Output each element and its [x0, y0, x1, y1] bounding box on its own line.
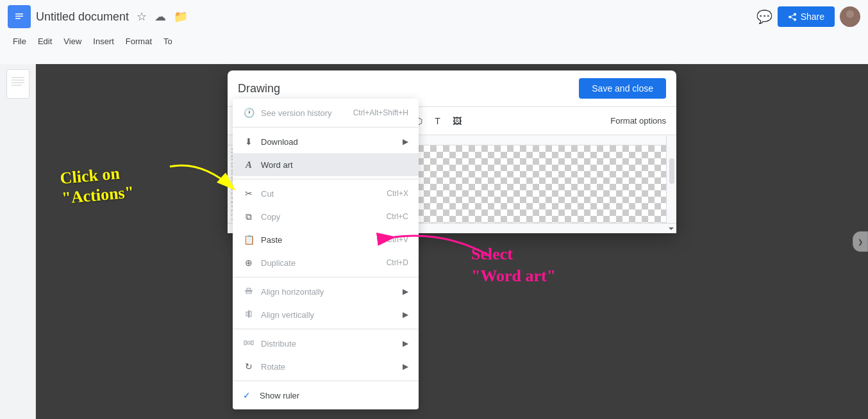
word-art-icon: A: [243, 160, 255, 170]
user-avatar: [840, 6, 860, 27]
menu-bar: File Edit View Insert Format To: [0, 31, 868, 51]
menu-item-cut[interactable]: ✂ Cut Ctrl+X: [233, 182, 419, 205]
align-h-icon: [243, 286, 255, 298]
align-v-arrow: ▶: [403, 310, 408, 319]
svg-rect-15: [246, 292, 251, 293]
menu-item-copy[interactable]: ⧉ Copy Ctrl+C: [233, 205, 419, 228]
menu-item-download[interactable]: ⬇ Download ▶: [233, 130, 419, 153]
menu-divider-3: [233, 277, 419, 277]
align-v-icon: [243, 309, 255, 321]
paste-icon: 📋: [243, 234, 255, 245]
docs-toolbar-area: Untitled document ☆ ☁ 📁 💬 Share File Edi…: [0, 0, 868, 64]
menu-view[interactable]: View: [58, 34, 87, 49]
svg-rect-6: [9, 72, 27, 95]
share-label: Share: [801, 12, 824, 22]
checkmark-icon: ✓: [243, 390, 251, 400]
right-scrollbar-top: [666, 135, 676, 145]
svg-rect-1: [15, 13, 23, 15]
svg-rect-20: [247, 341, 250, 344]
format-options-button[interactable]: Format options: [605, 113, 671, 128]
duplicate-icon: ⊕: [243, 258, 255, 268]
arrow-icon: ▶: [403, 137, 408, 146]
main-area: Drawing Save and close Actions ▾ ↩ ↪ ⬜ 🔍: [0, 64, 868, 419]
rotate-icon: ↻: [243, 361, 255, 372]
menu-divider-5: [233, 381, 419, 381]
doc-area: Drawing Save and close Actions ▾ ↩ ↪ ⬜ 🔍: [36, 64, 868, 419]
left-sidebar: [0, 64, 36, 419]
menu-insert[interactable]: Insert: [88, 34, 119, 49]
download-icon: ⬇: [243, 136, 255, 147]
clock-icon: 🕐: [243, 108, 255, 118]
menu-edit[interactable]: Edit: [33, 34, 57, 49]
menu-item-align-h[interactable]: Align horizontally ▶: [233, 280, 419, 303]
page-thumbnail: [6, 69, 29, 99]
save-close-button[interactable]: Save and close: [579, 78, 666, 99]
svg-rect-2: [15, 16, 23, 17]
svg-rect-14: [247, 288, 251, 290]
svg-point-5: [844, 19, 856, 27]
svg-marker-12: [669, 227, 674, 230]
app-icon: [8, 5, 31, 28]
menu-divider-4: [233, 329, 419, 329]
menu-item-version-history[interactable]: 🕐 See version history Ctrl+Alt+Shift+H: [233, 101, 419, 124]
click-on-actions-annotation: Click on "Actions": [61, 165, 133, 205]
cloud-save-icon[interactable]: ☁: [152, 7, 169, 26]
folder-icon[interactable]: 📁: [171, 7, 190, 26]
svg-rect-19: [244, 341, 246, 345]
doc-title: Untitled document: [36, 10, 129, 24]
menu-item-distribute[interactable]: Distribute ▶: [233, 332, 419, 355]
chat-icon[interactable]: 💬: [756, 9, 772, 24]
dialog-title: Drawing: [238, 82, 280, 95]
menu-item-duplicate[interactable]: ⊕ Duplicate Ctrl+D: [233, 251, 419, 274]
drawing-dialog: Drawing Save and close Actions ▾ ↩ ↪ ⬜ 🔍: [228, 70, 676, 233]
star-icon[interactable]: ☆: [134, 7, 149, 26]
select-word-art-annotation: Select "Word art": [471, 243, 556, 287]
select-word-art-text: Select "Word art": [471, 243, 556, 287]
scroll-down-btn[interactable]: [666, 223, 676, 233]
menu-item-paste[interactable]: 📋 Paste Ctrl+V: [233, 228, 419, 251]
svg-rect-3: [15, 18, 21, 19]
menu-format[interactable]: Format: [121, 34, 157, 49]
menu-divider-2: [233, 179, 419, 179]
menu-item-align-v[interactable]: Align vertically ▶: [233, 303, 419, 326]
title-bar: Untitled document ☆ ☁ 📁 💬 Share: [0, 0, 868, 31]
menu-item-word-art[interactable]: A Word art: [233, 153, 419, 176]
svg-point-4: [846, 10, 854, 18]
cut-icon: ✂: [243, 188, 255, 199]
right-scrollbar[interactable]: [666, 145, 676, 223]
share-button[interactable]: Share: [778, 6, 835, 27]
align-h-arrow: ▶: [403, 287, 408, 296]
menu-divider-1: [233, 127, 419, 127]
text-tool-button[interactable]: T: [429, 112, 447, 130]
menu-item-rotate[interactable]: ↻ Rotate ▶: [233, 355, 419, 378]
menu-file[interactable]: File: [8, 34, 31, 49]
copy-icon: ⧉: [243, 211, 255, 222]
menu-item-show-ruler[interactable]: ✓ Show ruler: [233, 384, 419, 407]
rotate-arrow: ▶: [403, 362, 408, 371]
title-icons: ☆ ☁ 📁: [134, 7, 190, 26]
menu-tools[interactable]: To: [158, 34, 178, 49]
scroll-thumb: [669, 158, 674, 184]
svg-rect-17: [246, 312, 248, 316]
distribute-arrow: ▶: [403, 339, 408, 348]
svg-rect-21: [251, 341, 253, 345]
dialog-overlay: Drawing Save and close Actions ▾ ↩ ↪ ⬜ 🔍: [36, 64, 868, 419]
click-on-actions-text: Click on "Actions": [59, 162, 135, 208]
image-tool-button[interactable]: 🖼: [448, 112, 466, 130]
actions-dropdown: 🕐 See version history Ctrl+Alt+Shift+H ⬇…: [233, 99, 419, 409]
svg-rect-18: [249, 311, 251, 316]
distribute-icon: [243, 338, 255, 350]
